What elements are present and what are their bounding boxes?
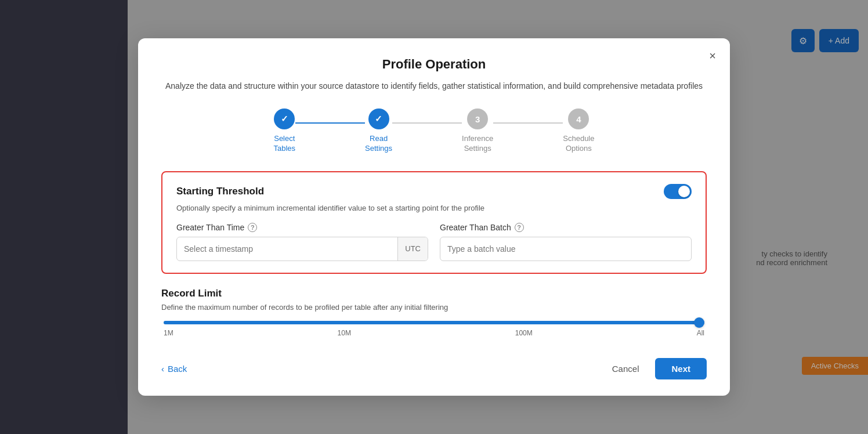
step-inference-settings: 3 InferenceSettings bbox=[462, 108, 493, 154]
modal-overlay: × Profile Operation Analyze the data and… bbox=[0, 0, 868, 434]
step-circle-schedule-options: 4 bbox=[568, 108, 589, 129]
cancel-button[interactable]: Cancel bbox=[605, 359, 646, 378]
timestamp-input-wrapper: UTC bbox=[176, 237, 428, 261]
batch-input[interactable] bbox=[440, 237, 692, 261]
greater-than-batch-label: Greater Than Batch ? bbox=[440, 223, 692, 232]
record-limit-section: Record Limit Define the maximum number o… bbox=[161, 288, 707, 337]
threshold-section: Starting Threshold Optionally specify a … bbox=[161, 171, 707, 274]
threshold-description: Optionally specify a minimum incremental… bbox=[176, 204, 692, 212]
slider-label-10m: 10M bbox=[338, 329, 351, 337]
step-select-tables: ✓ SelectTables bbox=[274, 108, 296, 154]
connector-1-2 bbox=[295, 122, 365, 124]
step-label-schedule-options: ScheduleOptions bbox=[563, 134, 594, 154]
greater-than-batch-help-icon[interactable]: ? bbox=[515, 223, 524, 232]
slider-track bbox=[164, 321, 704, 324]
connector-3-4 bbox=[493, 122, 563, 124]
step-label-read-settings: ReadSettings bbox=[365, 134, 392, 154]
background-overlay: ⚙ + Add ty checks to identify nd record … bbox=[0, 0, 868, 434]
step-label-select-tables: SelectTables bbox=[274, 134, 296, 154]
slider-label-1m: 1M bbox=[164, 329, 173, 337]
step-read-settings: ✓ ReadSettings bbox=[365, 108, 392, 154]
connector-2-3 bbox=[392, 122, 462, 124]
threshold-toggle[interactable] bbox=[664, 184, 692, 199]
threshold-title: Starting Threshold bbox=[176, 186, 264, 197]
back-label: Back bbox=[168, 364, 187, 374]
modal-description: Analyze the data and structure within yo… bbox=[161, 80, 707, 92]
record-limit-description: Define the maximum number of records to … bbox=[161, 303, 707, 312]
record-limit-title: Record Limit bbox=[161, 288, 707, 299]
step-label-inference-settings: InferenceSettings bbox=[462, 134, 493, 154]
slider-labels: 1M 10M 100M All bbox=[164, 329, 704, 337]
slider-label-100m: 100M bbox=[515, 329, 533, 337]
threshold-fields: Greater Than Time ? UTC Greater Than Bat… bbox=[176, 223, 692, 261]
step-circle-select-tables: ✓ bbox=[274, 108, 295, 129]
slider-label-all: All bbox=[697, 329, 704, 337]
modal-footer: ‹ Back Cancel Next bbox=[161, 353, 707, 379]
step-circle-inference-settings: 3 bbox=[467, 108, 488, 129]
step-schedule-options: 4 ScheduleOptions bbox=[563, 108, 594, 154]
next-button[interactable]: Next bbox=[655, 358, 707, 379]
step-circle-read-settings: ✓ bbox=[368, 108, 389, 129]
back-button[interactable]: ‹ Back bbox=[161, 364, 187, 374]
footer-right-actions: Cancel Next bbox=[605, 358, 707, 379]
slider-container: 1M 10M 100M All bbox=[161, 321, 707, 337]
stepper: ✓ SelectTables ✓ ReadSettings 3 Inferenc… bbox=[161, 108, 707, 154]
modal-title: Profile Operation bbox=[161, 57, 707, 72]
greater-than-time-group: Greater Than Time ? UTC bbox=[176, 223, 428, 261]
slider-fill bbox=[164, 321, 704, 324]
greater-than-batch-group: Greater Than Batch ? bbox=[440, 223, 692, 261]
threshold-header: Starting Threshold bbox=[176, 184, 692, 199]
profile-operation-modal: × Profile Operation Analyze the data and… bbox=[138, 38, 730, 396]
greater-than-time-label: Greater Than Time ? bbox=[176, 223, 428, 232]
modal-close-button[interactable]: × bbox=[709, 50, 716, 62]
timestamp-input[interactable] bbox=[177, 244, 397, 254]
back-chevron-icon: ‹ bbox=[161, 364, 164, 374]
slider-thumb[interactable] bbox=[694, 317, 704, 328]
greater-than-time-help-icon[interactable]: ? bbox=[248, 223, 257, 232]
utc-label: UTC bbox=[397, 237, 428, 261]
